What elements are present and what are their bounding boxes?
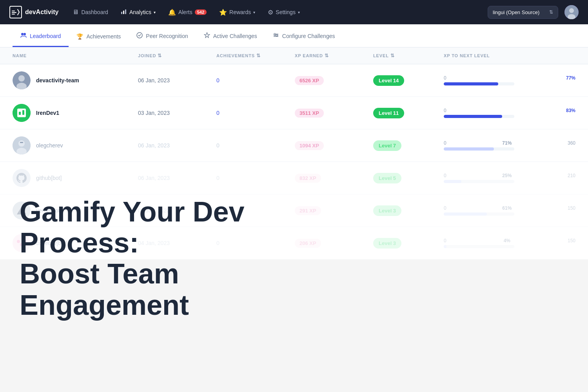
peer-recognition-icon bbox=[136, 32, 143, 40]
progress-cell-3: 0 71% 360 bbox=[444, 140, 575, 151]
table-row: devactivity-team 06 Jan, 2023 0 6526 XP … bbox=[0, 64, 588, 97]
progress-cell-6: 0 4% 150 bbox=[444, 238, 575, 248]
user-avatar-2 bbox=[13, 104, 31, 122]
progress-bar-fill-4 bbox=[444, 180, 461, 183]
progress-bar-bg-1 bbox=[444, 82, 514, 85]
nav-rewards[interactable]: ⭐ Rewards ▾ bbox=[214, 5, 260, 19]
progress-start-5: 0 bbox=[444, 205, 446, 211]
progress-end-4: 210 bbox=[568, 173, 575, 178]
nav-analytics[interactable]: Analytics ▾ bbox=[116, 5, 160, 19]
joined-sort-icon: ⇅ bbox=[158, 53, 162, 58]
col-joined[interactable]: JOINED⇅ bbox=[138, 53, 216, 58]
joined-date-1: 06 Jan, 2023 bbox=[138, 77, 216, 83]
xp-badge-3: 1094 XP bbox=[295, 141, 324, 150]
svg-point-15 bbox=[274, 33, 276, 35]
col-xp-earned[interactable]: XP EARNED⇅ bbox=[295, 53, 373, 58]
user-name-2: IrenDev1 bbox=[36, 110, 59, 116]
user-cell-2: IrenDev1 bbox=[13, 104, 138, 122]
joined-date-4: 06 Jan, 2023 bbox=[138, 175, 216, 181]
org-selector-chevron: ⇅ bbox=[549, 9, 553, 15]
achievements-sort-icon: ⇅ bbox=[256, 53, 261, 58]
achievements-1: 0 bbox=[216, 77, 295, 83]
progress-end-6: 150 bbox=[568, 238, 575, 243]
progress-bar-bg-6 bbox=[444, 245, 514, 248]
level-badge-5: Level 3 bbox=[373, 205, 401, 216]
level-badge-4: Level 5 bbox=[373, 173, 401, 183]
progress-start-1: 0 bbox=[444, 75, 446, 81]
tab-configure-challenges[interactable]: Configure Challenges bbox=[265, 24, 343, 47]
analytics-icon bbox=[121, 8, 127, 16]
rewards-icon: ⭐ bbox=[219, 9, 227, 16]
user-avatar-5 bbox=[13, 201, 31, 220]
svg-point-10 bbox=[24, 33, 26, 35]
progress-bar-bg-2 bbox=[444, 115, 514, 118]
table-row: codecov[bot] 04 Jan, 2023 0 206 XP Level… bbox=[0, 227, 588, 260]
tab-peer-recognition[interactable]: Peer Recognition bbox=[129, 24, 196, 47]
col-level[interactable]: LEVEL⇅ bbox=[373, 53, 444, 58]
svg-point-9 bbox=[21, 33, 24, 35]
achievements-4: 0 bbox=[216, 175, 295, 181]
progress-start-4: 0 bbox=[444, 173, 446, 178]
user-avatar-4 bbox=[13, 169, 31, 187]
xp-sort-icon: ⇅ bbox=[325, 53, 329, 58]
logo-icon bbox=[9, 6, 22, 18]
user-name-3: olegcherev bbox=[36, 142, 63, 149]
table-header: NAME JOINED⇅ ACHIEVEMENTS⇅ XP EARNED⇅ LE… bbox=[0, 47, 588, 64]
settings-icon: ⚙ bbox=[268, 9, 273, 16]
progress-bar-bg-3 bbox=[444, 147, 514, 151]
tab-achievements[interactable]: 🏆 Achievements bbox=[69, 25, 129, 47]
xp-badge-1: 6526 XP bbox=[295, 76, 324, 85]
leaderboard-table: NAME JOINED⇅ ACHIEVEMENTS⇅ XP EARNED⇅ LE… bbox=[0, 47, 588, 260]
level-badge-6: Level 3 bbox=[373, 238, 401, 249]
level-badge-2: Level 11 bbox=[373, 108, 404, 118]
col-name: NAME bbox=[13, 53, 138, 58]
user-cell-4: github[bot] bbox=[13, 169, 138, 187]
table-row: olegcherev 06 Jan, 2023 0 1094 XP Level … bbox=[0, 129, 588, 162]
joined-date-6: 04 Jan, 2023 bbox=[138, 240, 216, 246]
app-logo[interactable]: devActivity bbox=[9, 6, 58, 18]
svg-rect-23 bbox=[22, 110, 24, 115]
progress-start-2: 0 bbox=[444, 108, 446, 113]
svg-point-28 bbox=[13, 169, 31, 187]
svg-point-18 bbox=[18, 75, 25, 82]
user-cell-5: vercel[bot] bbox=[13, 201, 138, 220]
analytics-chevron: ▾ bbox=[154, 10, 156, 15]
achievements-3: 0 bbox=[216, 142, 295, 149]
progress-cell-4: 0 25% 210 bbox=[444, 173, 575, 183]
level-badge-3: Level 7 bbox=[373, 140, 401, 151]
configure-challenges-icon bbox=[273, 32, 279, 40]
joined-date-2: 03 Jan, 2023 bbox=[138, 110, 216, 116]
settings-chevron: ▾ bbox=[298, 10, 300, 15]
progress-bar-fill-6 bbox=[444, 245, 446, 248]
org-selector[interactable]: lingui (Open Source) ⇅ bbox=[488, 6, 558, 19]
col-achievements[interactable]: ACHIEVEMENTS⇅ bbox=[216, 53, 295, 58]
user-cell-3: olegcherev bbox=[13, 136, 138, 154]
table-row: github[bot] 06 Jan, 2023 0 832 XP Level … bbox=[0, 162, 588, 194]
user-avatar[interactable] bbox=[564, 5, 579, 19]
rewards-chevron: ▾ bbox=[253, 10, 255, 15]
nav-alerts[interactable]: 🔔 Alerts 542 bbox=[163, 5, 211, 19]
svg-point-34 bbox=[20, 243, 23, 246]
nav-dashboard[interactable]: 🖥 Dashboard bbox=[68, 5, 113, 19]
progress-bar-fill-2 bbox=[444, 115, 502, 118]
nav-settings[interactable]: ⚙ Settings ▾ bbox=[263, 5, 305, 19]
user-avatar-6 bbox=[13, 234, 31, 252]
user-name-6: codecov[bot] bbox=[36, 240, 67, 246]
progress-cell-1: 0 77% bbox=[444, 75, 575, 85]
tab-active-challenges[interactable]: Active Challenges bbox=[196, 24, 265, 47]
svg-rect-21 bbox=[17, 109, 26, 117]
col-xp-next: XP TO NEXT LEVEL bbox=[444, 53, 575, 58]
dashboard-icon: 🖥 bbox=[73, 9, 79, 16]
alerts-icon: 🔔 bbox=[168, 9, 176, 16]
progress-bar-fill-3 bbox=[444, 147, 494, 151]
achievements-icon: 🏆 bbox=[76, 33, 83, 40]
svg-rect-27 bbox=[20, 142, 23, 143]
table-row: vercel[bot] 04 Jan, 2023 0 291 XP Level … bbox=[0, 194, 588, 227]
svg-rect-3 bbox=[121, 12, 122, 14]
progress-end-3: 360 bbox=[568, 140, 575, 146]
xp-badge-6: 206 XP bbox=[295, 239, 321, 248]
tab-achievements-label: Achievements bbox=[86, 33, 121, 40]
app-name: devActivity bbox=[25, 9, 58, 16]
tab-leaderboard[interactable]: Leaderboard bbox=[13, 24, 69, 47]
svg-rect-5 bbox=[125, 9, 126, 14]
